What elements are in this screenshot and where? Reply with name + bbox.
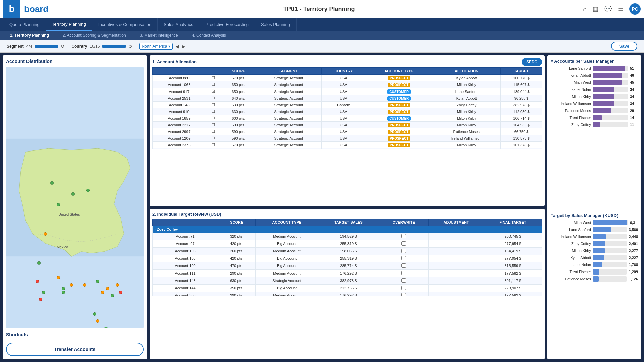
it-overwrite[interactable] [379, 240, 429, 247]
it-account-name: Account 109 [153, 262, 218, 269]
segment: Strategic Account [256, 128, 321, 135]
bar-value: 34 [630, 87, 638, 92]
account-allocation-table: SCORE SEGMENT COUNTRY ACCOUNT TYPE ALLOC… [152, 67, 542, 149]
bar-outer [593, 234, 627, 239]
nav-sales-analytics[interactable]: Sales Analytics [158, 18, 199, 31]
checkbox[interactable]: ☐ [206, 102, 221, 108]
table-row: Account 71 320 pts. Medium Account 194,5… [153, 233, 542, 240]
home-icon[interactable]: ⌂ [583, 6, 587, 13]
sub-nav-market-intelligence[interactable]: 3. Market Intelligence [133, 31, 185, 40]
segment-progress-fill [35, 45, 58, 48]
sub-nav-territory-planning[interactable]: 1. Territory Planning [3, 31, 56, 40]
bar-row: Milton Kirby 2,277 [551, 248, 638, 253]
score: 590 pts. [221, 128, 256, 135]
checkbox[interactable]: ☐ [206, 108, 221, 115]
chat-icon[interactable]: 💬 [604, 5, 612, 13]
bar-label: Milton Kirby [551, 95, 591, 99]
account-allocation-title: 1. Account Allocation [152, 59, 197, 64]
sub-nav-contact-analysis[interactable]: 4. Contact Analysis [185, 31, 233, 40]
it-target-sales: 255,319 $ [318, 240, 379, 247]
bar-label: Lane Sanford [551, 228, 591, 232]
it-overwrite[interactable] [379, 255, 429, 262]
it-score: 290 pts. [218, 269, 256, 277]
it-overwrite[interactable] [379, 292, 429, 296]
checkbox[interactable]: ☑ [206, 88, 221, 95]
individual-target-title: 2. Individual Target Review (USD) [152, 212, 542, 217]
score: 650 pts. [221, 88, 256, 95]
map-dot [44, 232, 47, 236]
target: 139,044 $ [501, 88, 542, 95]
checkbox[interactable]: ☐ [206, 122, 221, 128]
sfdc-button[interactable]: SFDC [522, 58, 542, 66]
transfer-accounts-button[interactable]: Transfer Accounts [6, 343, 144, 356]
it-overwrite[interactable] [379, 277, 429, 284]
region-next-btn[interactable]: ▶ [182, 44, 185, 49]
region-prev-btn[interactable]: ◀ [175, 44, 179, 49]
map-dot [71, 192, 75, 196]
individual-target-scroll[interactable]: SCORE ACCOUNT TYPE TARGET SALES OVERWRIT… [152, 219, 542, 296]
checkbox[interactable]: ☐ [206, 128, 221, 135]
account-type: PROSPECT [366, 81, 432, 88]
dashboard-icon[interactable]: ▦ [593, 5, 598, 13]
it-final-target: 223,907 $ [484, 284, 542, 292]
country-reset-btn[interactable]: ↺ [128, 44, 132, 49]
checkbox[interactable]: ☐ [206, 142, 221, 148]
allocation: Ireland Williamson [432, 135, 501, 142]
nav-incentives-compensation[interactable]: Incentives & Compensation [92, 18, 158, 31]
country-progress-fill [102, 45, 126, 48]
bar-label: Milton Kirby [551, 249, 591, 253]
allocation: Patience Moses [432, 128, 501, 135]
segment: Strategic Account [256, 88, 321, 95]
checkbox[interactable]: ☐ [206, 75, 221, 81]
account-allocation-scroll[interactable]: SCORE SEGMENT COUNTRY ACCOUNT TYPE ALLOC… [152, 67, 542, 149]
th-it-target-sales: TARGET SALES [318, 219, 379, 226]
bar-outer [593, 80, 628, 85]
checkbox[interactable]: ☐ [206, 135, 221, 142]
allocation: Milton Kirby [432, 81, 501, 88]
region-select[interactable]: North America ▾ [139, 43, 172, 50]
avatar[interactable]: PC [629, 3, 641, 15]
it-overwrite[interactable] [379, 284, 429, 292]
segment-reset-btn[interactable]: ↺ [61, 44, 65, 49]
nav-sales-planning[interactable]: Sales Planning [255, 18, 297, 31]
map-dot [104, 327, 108, 328]
bar-outer [593, 108, 628, 113]
checkbox[interactable]: ☐ [206, 115, 221, 122]
map-dot [86, 189, 90, 192]
nav-quota-planning[interactable]: Quota Planning [3, 18, 46, 31]
menu-icon[interactable]: ☰ [618, 5, 623, 13]
nav-territory-planning[interactable]: Territory Planning [46, 18, 92, 31]
country-value: 16/16 [90, 44, 100, 49]
individual-target-header: SCORE ACCOUNT TYPE TARGET SALES OVERWRIT… [153, 219, 542, 226]
country: USA [321, 81, 366, 88]
bar-fill [593, 241, 605, 246]
region-chevron: ▾ [168, 44, 170, 49]
nav-predictive-forecasting[interactable]: Predictive Forecasting [199, 18, 255, 31]
checkbox[interactable]: ☐ [206, 81, 221, 88]
it-overwrite[interactable] [379, 247, 429, 255]
country: USA [321, 108, 366, 115]
country: USA [321, 95, 366, 102]
sub-nav-account-scoring[interactable]: 2. Account Scoring & Segmentation [56, 31, 133, 40]
account-type: PROSPECT [366, 122, 432, 128]
table-row: Account 106 260 pts. Medium Account 158,… [153, 247, 542, 255]
it-score: 630 pts. [218, 277, 256, 284]
shortcuts-section: Shortcuts Transfer Accounts [6, 332, 144, 356]
it-target-sales: 194,529 $ [318, 233, 379, 240]
it-overwrite[interactable] [379, 262, 429, 269]
bar-outer [593, 255, 627, 260]
it-overwrite[interactable] [379, 269, 429, 277]
it-overwrite[interactable] [379, 233, 429, 240]
checkbox[interactable]: ☐ [206, 95, 221, 102]
bar-outer [593, 122, 628, 127]
segment: Strategic Account [256, 115, 321, 122]
top-bar: b board TP01 - Territory Planning ⌂ ▦ 💬 … [0, 0, 644, 18]
table-row: Account 2376 ☐ 570 pts. Strategic Accoun… [153, 142, 542, 148]
it-account-type: Big Account [256, 240, 318, 247]
save-button[interactable]: Save [611, 42, 637, 51]
checkbox[interactable]: ☐ [206, 148, 221, 150]
bar-label: Kylan Abbott [551, 73, 591, 77]
bar-value: 6,3 [630, 221, 638, 225]
bar-row: Trent Fischer 1,209 [551, 269, 638, 275]
bar-outer [593, 241, 627, 246]
